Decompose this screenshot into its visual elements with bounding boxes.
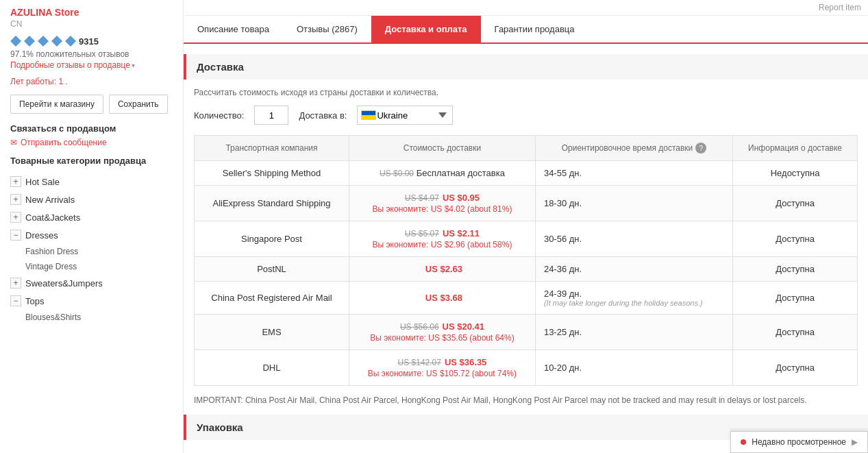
td-info-3: Доступна (733, 257, 858, 282)
store-country: CN (10, 19, 173, 29)
tab-shipping[interactable]: Доставка и оплата (371, 16, 481, 42)
table-row: PostNLUS $2.6324-36 дн.Доступна (195, 257, 858, 282)
sub-category-vintage-dress[interactable]: Vintage Dress (10, 259, 173, 274)
chevron-down-icon: ▾ (132, 62, 135, 69)
contact-seller-title: Связаться с продавцом (10, 123, 173, 134)
price-new-3: US $2.63 (425, 264, 462, 274)
sub-category-fashion-dress[interactable]: Fashion Dress (10, 244, 173, 259)
report-item-link[interactable]: Report item (819, 3, 861, 12)
price-new-6: US $36.35 (445, 357, 486, 367)
cat-toggle-tops[interactable]: − (10, 295, 21, 306)
rv-dot-icon (741, 439, 746, 445)
cat-label-new-arrivals: New Arrivals (25, 195, 75, 205)
sidebar-item-dresses[interactable]: − Dresses (10, 226, 173, 244)
sidebar-item-coat-jackets[interactable]: + Coat&Jackets (10, 208, 173, 226)
table-row: China Post Registered Air MailUS $3.6824… (195, 282, 858, 315)
diamond-icon-4 (51, 36, 62, 47)
savings-6: Вы экономите: US $105.72 (about 74%) (358, 369, 527, 378)
td-info-0: Недоступна (733, 161, 858, 186)
td-cost-5: US $56.06US $20.41Вы экономите: US $35.6… (349, 315, 536, 350)
ship-to-label: Доставка в: (299, 110, 347, 121)
sidebar-item-sweaters[interactable]: + Sweaters&Jumpers (10, 274, 173, 292)
categories-title: Товарные категории продавца (10, 156, 173, 166)
main-content: Report item Описание товара Отзывы (2867… (184, 0, 868, 453)
td-time-3: 24-36 дн. (535, 257, 732, 282)
cat-label-sweaters: Sweaters&Jumpers (25, 278, 103, 289)
price-new-5: US $20.41 (443, 321, 484, 332)
td-cost-3: US $2.63 (349, 257, 536, 282)
diamond-icon-3 (38, 36, 49, 47)
table-row: EMSUS $56.06US $20.41Вы экономите: US $3… (195, 315, 858, 350)
td-carrier-2: Singapore Post (195, 221, 349, 257)
send-message-link[interactable]: ✉ Отправить сообщение (10, 138, 173, 147)
cat-toggle-new-arrivals[interactable]: + (10, 194, 21, 205)
cat-label-dresses: Dresses (25, 230, 58, 241)
store-name[interactable]: AZULINA Store (10, 7, 173, 18)
td-time-1: 18-30 дн. (535, 186, 732, 221)
positive-rating: 97.1% положительных отзывов (10, 49, 173, 59)
td-time-6: 10-20 дн. (535, 350, 732, 386)
diamond-icon-2 (24, 36, 35, 47)
th-time: Ориентировочное время доставки ? (535, 136, 732, 161)
table-row: Seller's Shipping MethodUS $0.00 Бесплат… (195, 161, 858, 186)
th-carrier: Транспортная компания (195, 136, 349, 161)
table-row: DHLUS $142.07US $36.35Вы экономите: US $… (195, 350, 858, 386)
rv-arrow-icon: ▶ (852, 437, 858, 447)
td-cost-1: US $4.97US $0.95Вы экономите: US $4.02 (… (349, 186, 536, 221)
store-buttons: Перейти к магазину Сохранить (10, 95, 173, 114)
td-carrier-1: AliExpress Standard Shipping (195, 186, 349, 221)
td-info-2: Доступна (733, 221, 858, 257)
envelope-icon: ✉ (10, 138, 17, 147)
cat-toggle-dresses[interactable]: − (10, 230, 21, 241)
td-cost-2: US $5.07US $2.11Вы экономите: US $2.96 (… (349, 221, 536, 257)
sidebar-item-hot-sale[interactable]: + Hot Sale (10, 173, 173, 191)
shipping-table: Транспортная компания Стоимость доставки… (194, 135, 858, 386)
recently-viewed[interactable]: Недавно просмотренное ▶ (730, 431, 868, 453)
savings-2: Вы экономите: US $2.96 (about 58%) (358, 240, 527, 249)
savings-1: Вы экономите: US $4.02 (about 81%) (358, 204, 527, 214)
cat-toggle-hot-sale[interactable]: + (10, 176, 21, 187)
contact-seller-section: Связаться с продавцом ✉ Отправить сообще… (10, 123, 173, 147)
sub-category-blouses-shirts[interactable]: Blouses&Shirts (10, 310, 173, 325)
sidebar: AZULINA Store CN 9315 97.1% положительны… (0, 0, 184, 453)
cat-label-tops: Tops (25, 296, 44, 306)
tab-reviews[interactable]: Отзывы (2867) (283, 16, 371, 42)
tab-guarantees[interactable]: Гарантии продавца (481, 16, 588, 42)
qty-input[interactable] (254, 106, 288, 125)
cat-toggle-coat-jackets[interactable]: + (10, 212, 21, 223)
td-carrier-5: EMS (195, 315, 349, 350)
sidebar-item-new-arrivals[interactable]: + New Arrivals (10, 191, 173, 208)
important-note: IMPORTANT: China Post Air Mail, China Po… (194, 394, 858, 406)
sidebar-item-tops[interactable]: − Tops (10, 292, 173, 310)
price-old-5: US $56.06 (400, 322, 439, 332)
tab-description[interactable]: Описание товара (184, 16, 283, 42)
help-icon[interactable]: ? (695, 143, 706, 154)
table-row: AliExpress Standard ShippingUS $4.97US $… (195, 186, 858, 221)
qty-ship-row: Количество: Доставка в: Ukraine (194, 106, 858, 125)
diamonds-rating: 9315 (10, 36, 173, 47)
country-select[interactable]: Ukraine (357, 106, 453, 125)
td-cost-6: US $142.07US $36.35Вы экономите: US $105… (349, 350, 536, 386)
visit-store-button[interactable]: Перейти к магазину (10, 95, 103, 114)
td-info-4: Доступна (733, 282, 858, 315)
seller-reviews-link[interactable]: Подробные отзывы о продавце ▾ (10, 60, 173, 70)
country-select-wrap: Ukraine (357, 106, 453, 125)
content-area: Доставка Рассчитать стоимость исходя из … (184, 44, 868, 440)
price-old-0: US $0.00 (380, 169, 414, 178)
shipping-section-title: Доставка (184, 54, 868, 79)
rating-score: 9315 (79, 36, 99, 47)
td-cost-4: US $3.68 (349, 282, 536, 315)
save-store-button[interactable]: Сохранить (109, 95, 168, 114)
cat-toggle-sweaters[interactable]: + (10, 278, 21, 289)
td-info-6: Доступна (733, 350, 858, 386)
price-old-6: US $142.07 (398, 358, 441, 367)
price-old-2: US $5.07 (405, 229, 439, 238)
holiday-note-4: (It may take longer during the holiday s… (544, 299, 724, 307)
report-bar: Report item (184, 0, 868, 16)
diamond-icon-5 (65, 36, 76, 47)
savings-5: Вы экономите: US $35.65 (about 64%) (358, 333, 527, 343)
price-new-1: US $0.95 (443, 193, 480, 203)
years-label: Лет работы: 1 . (10, 77, 173, 86)
td-time-0: 34-55 дн. (535, 161, 732, 186)
cat-label-hot-sale: Hot Sale (25, 177, 60, 187)
